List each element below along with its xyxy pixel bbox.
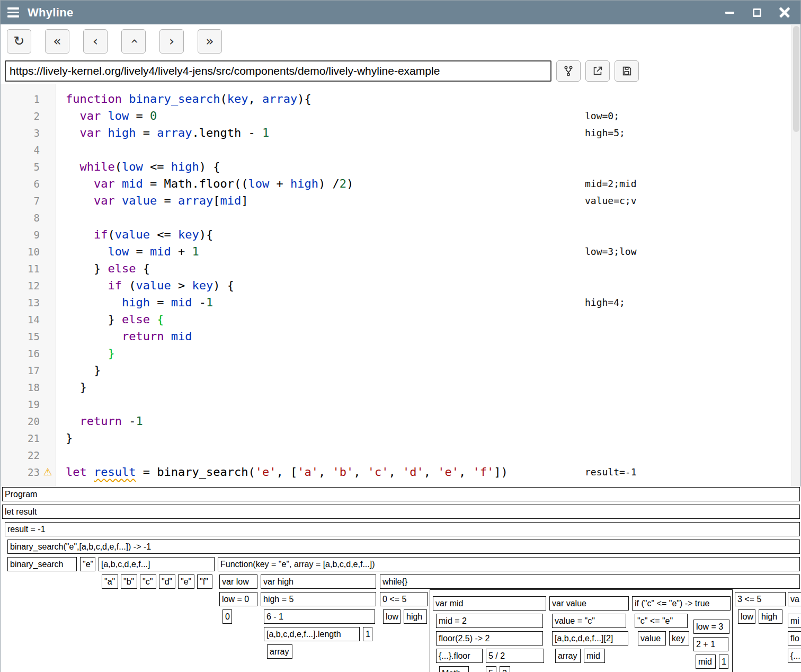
gutter-line[interactable]: 8 (1, 209, 56, 226)
code-line[interactable]: function binary_search(key, array){ (57, 91, 792, 108)
trace-node[interactable]: {... (788, 649, 801, 663)
trace-node[interactable]: value (638, 631, 666, 646)
trace-node[interactable]: high (759, 609, 782, 624)
gutter-line[interactable]: 12 (1, 277, 56, 294)
code-line[interactable]: var low = 0 (57, 108, 792, 125)
gutter-line[interactable]: 4 (1, 142, 56, 158)
jump-first-button[interactable]: « (45, 29, 69, 54)
menu-icon[interactable] (7, 7, 19, 17)
trace-node[interactable]: var mid (433, 596, 546, 611)
code-line[interactable]: low = mid + 1 (57, 243, 792, 260)
trace-node[interactable]: [a,b,c,d,e,f...] (99, 557, 215, 571)
code-line[interactable]: } else { (57, 311, 792, 328)
code-line[interactable]: } else { (57, 260, 792, 277)
trace-node[interactable]: Function(key = "e", array = [a,b,c,d,e,f… (218, 557, 800, 571)
maximize-button[interactable] (750, 5, 764, 20)
inline-annotation[interactable]: value=c;v (585, 195, 637, 206)
trace-node[interactable]: 3 <= 5 (735, 592, 786, 606)
code-line[interactable] (57, 447, 792, 464)
trace-node[interactable]: var value (549, 596, 629, 611)
trace-node[interactable]: "e" (178, 574, 194, 589)
minimize-button[interactable] (722, 5, 737, 20)
gutter-line[interactable]: 9 (1, 226, 56, 243)
inline-annotation[interactable]: high=5; (585, 127, 625, 138)
trace-node[interactable]: 1 (363, 627, 372, 641)
trace-node[interactable]: mi (788, 614, 801, 628)
refresh-button[interactable]: ↻ (7, 29, 31, 54)
gutter-line[interactable]: 10 (1, 243, 56, 260)
gutter-line[interactable]: 15 (1, 328, 56, 345)
trace-node[interactable]: flo (788, 631, 801, 646)
code-line[interactable]: } (57, 379, 792, 396)
step-back-button[interactable]: ‹ (83, 29, 108, 54)
trace-node[interactable]: "c" <= "e" (635, 614, 688, 628)
trace-node[interactable]: high (404, 609, 427, 624)
trace-node[interactable]: 2 + 1 (693, 637, 728, 651)
code-line[interactable]: high = mid -1 (57, 294, 792, 311)
trace-node[interactable]: binary_search (7, 557, 77, 571)
gutter-line[interactable]: 14 (1, 311, 56, 328)
scrollbar-thumb[interactable] (793, 26, 799, 132)
trace-node[interactable]: result = -1 (5, 522, 800, 536)
gutter-line[interactable]: 20 (1, 413, 56, 430)
code-line[interactable]: return mid (57, 328, 792, 345)
gutter-line[interactable]: 6 (1, 175, 56, 192)
inline-annotation[interactable]: mid=2;mid (585, 178, 637, 189)
step-forward-button[interactable]: › (159, 29, 184, 54)
trace-node[interactable]: let result (2, 505, 800, 519)
trace-node[interactable]: Program (2, 487, 800, 501)
trace-node[interactable]: Math (439, 666, 469, 672)
trace-node[interactable]: low (738, 609, 755, 624)
trace-node[interactable]: value = "c" (552, 614, 626, 628)
code-line[interactable] (57, 396, 792, 413)
code-line[interactable]: var high = array.length - 1 (57, 125, 792, 142)
trace-node[interactable]: mid = 2 (436, 614, 543, 628)
trace-node[interactable]: array (555, 649, 581, 663)
trace-node[interactable]: "c" (140, 574, 156, 589)
step-up-button[interactable]: › (121, 29, 146, 54)
trace-node[interactable]: "a" (102, 574, 118, 589)
trace-node[interactable]: [a,b,c,d,e,f...].length (264, 627, 360, 641)
url-input[interactable] (5, 60, 551, 82)
trace-node[interactable]: [a,b,c,d,e,f...][2] (552, 631, 628, 646)
trace-node[interactable]: mid (696, 655, 716, 669)
trace-node[interactable]: var high (261, 574, 376, 589)
code-line[interactable]: var mid = Math.floor((low + high) /2) (57, 175, 792, 192)
code-line[interactable]: if(value <= key){ (57, 226, 792, 243)
code-line[interactable]: while(low <= high) { (57, 158, 792, 175)
gutter-line[interactable]: 17 (1, 362, 56, 379)
trace-node[interactable]: 0 (222, 609, 232, 624)
gutter-line[interactable]: 16 (1, 345, 56, 362)
inline-annotation[interactable]: result=-1 (585, 466, 637, 478)
trace-node[interactable]: 2 (500, 666, 510, 672)
code-pane[interactable]: function binary_search(key, array){ var … (57, 91, 792, 481)
save-button[interactable] (615, 60, 639, 82)
trace-node[interactable]: high = 5 (261, 592, 376, 606)
trace-node[interactable]: low = 3 (693, 620, 729, 634)
code-line[interactable]: var value = array[mid] (57, 192, 792, 209)
inline-annotation[interactable]: low=0; (585, 110, 619, 121)
trace-node[interactable]: floor(2.5) -> 2 (436, 631, 543, 646)
gutter-line[interactable]: 22 (1, 447, 56, 464)
code-editor[interactable]: 1234567891011121314151617181920212223⚠ f… (1, 84, 792, 486)
code-line[interactable]: } (57, 345, 792, 362)
branch-button[interactable] (556, 60, 581, 82)
code-line[interactable]: let result = binary_search('e', ['a', 'b… (57, 464, 792, 481)
trace-node[interactable]: while{} (380, 574, 800, 589)
trace-node[interactable]: 5 (486, 666, 496, 672)
trace-node[interactable]: 1 (719, 655, 728, 669)
trace-node[interactable]: {...}.floor (436, 649, 483, 663)
gutter-line[interactable]: 19 (1, 396, 56, 413)
inline-annotation[interactable]: high=4; (585, 297, 625, 308)
gutter-line[interactable]: 1 (1, 91, 56, 108)
trace-node[interactable]: mid (584, 649, 605, 663)
jump-last-button[interactable]: » (198, 29, 222, 54)
editor-scrollbar[interactable] (791, 25, 800, 486)
trace-node[interactable]: binary_search("e",[a,b,c,d,e,f...]) -> -… (7, 540, 800, 554)
code-line[interactable]: } (57, 362, 792, 379)
code-line[interactable] (57, 142, 792, 158)
trace-node[interactable]: va (788, 592, 801, 606)
trace-node[interactable]: var low (219, 574, 257, 589)
trace-node[interactable]: "e" (80, 557, 95, 571)
inline-annotation[interactable]: low=3;low (585, 246, 637, 257)
